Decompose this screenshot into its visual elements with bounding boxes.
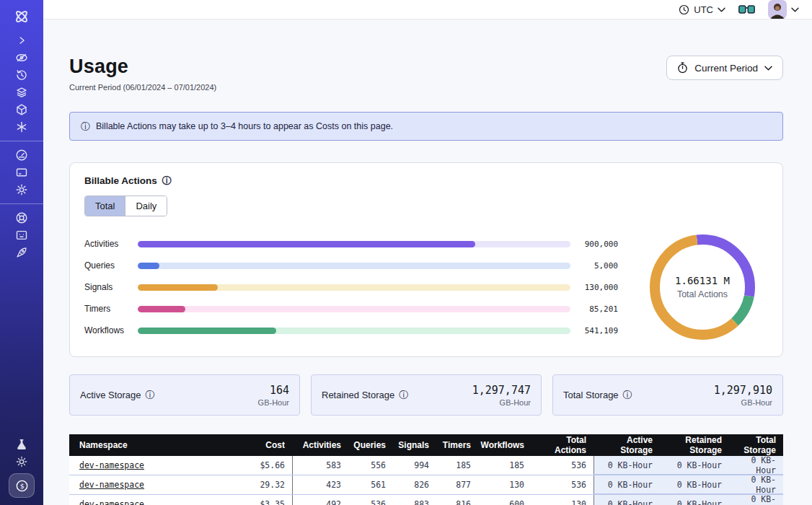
col-active-storage: Active Storage bbox=[593, 434, 660, 456]
bar-value: 5,000 bbox=[570, 261, 618, 271]
namespaces-eye-icon[interactable] bbox=[9, 49, 35, 66]
bar-fill bbox=[138, 241, 475, 247]
cell-timers: 877 bbox=[436, 475, 478, 494]
stopwatch-icon bbox=[677, 62, 688, 74]
cell-total-actions: 536 bbox=[531, 456, 593, 475]
bar-track bbox=[138, 328, 570, 334]
feedback-terminal-icon[interactable] bbox=[9, 227, 35, 244]
bar-track bbox=[138, 284, 570, 291]
stat-label: Retained Storage bbox=[322, 390, 394, 400]
bar-row-queries: Queries 5,000 bbox=[84, 260, 618, 271]
cell-active-storage: 0 KB-Hour bbox=[593, 456, 660, 475]
info-icon[interactable]: ⓘ bbox=[146, 390, 155, 400]
stat-label: Total Storage bbox=[563, 390, 619, 400]
col-retained-storage: Retained Storage bbox=[660, 434, 729, 456]
billable-actions-card: Billable Actions ⓘ Total Daily Activitie… bbox=[69, 162, 783, 357]
feedback-glasses-button[interactable] bbox=[738, 5, 755, 14]
sidebar-divider bbox=[0, 203, 43, 204]
billable-actions-tabs: Total Daily bbox=[84, 196, 167, 216]
cell-workflows: 130 bbox=[478, 475, 531, 494]
col-activities: Activities bbox=[292, 434, 348, 456]
layers-icon[interactable] bbox=[9, 84, 35, 101]
settings-gear-icon[interactable] bbox=[9, 181, 35, 198]
bar-row-workflows: Workflows 541,109 bbox=[84, 325, 618, 335]
bar-row-timers: Timers 85,201 bbox=[84, 304, 618, 314]
namespace-link[interactable]: dev-namespace bbox=[79, 460, 144, 470]
cell-retained-storage: 0 KB-Hour bbox=[660, 495, 729, 505]
cell-signals: 883 bbox=[393, 495, 436, 505]
col-timers: Timers bbox=[436, 434, 478, 456]
donut-total-label: Total Actions bbox=[675, 289, 730, 299]
usage-gauge-icon[interactable] bbox=[9, 146, 35, 164]
active-storage-card: Active Storageⓘ 164 GB-Hour bbox=[69, 374, 300, 416]
cell-queries: 561 bbox=[348, 475, 393, 494]
retained-storage-card: Retained Storageⓘ 1,297,747 GB-Hour bbox=[311, 374, 542, 416]
stat-unit: GB-Hour bbox=[472, 398, 531, 407]
bar-track bbox=[138, 306, 570, 312]
bar-label: Workflows bbox=[84, 325, 138, 335]
billing-card-icon[interactable] bbox=[9, 164, 35, 181]
getting-started-rocket-icon[interactable] bbox=[9, 244, 35, 261]
timezone-label: UTC bbox=[694, 4, 713, 15]
total-storage-card: Total Storageⓘ 1,297,910 GB-Hour bbox=[552, 374, 783, 416]
collapse-chevron-icon[interactable] bbox=[9, 32, 35, 49]
batch-asterisk-icon[interactable] bbox=[9, 118, 35, 136]
col-namespace: Namespace bbox=[69, 434, 224, 456]
storage-summary-row: Active Storageⓘ 164 GB-Hour Retained Sto… bbox=[69, 374, 783, 416]
schedules-history-icon[interactable] bbox=[9, 66, 35, 84]
bar-label: Timers bbox=[84, 304, 138, 314]
bar-label: Signals bbox=[84, 282, 138, 292]
col-cost: Cost bbox=[224, 434, 292, 456]
cell-signals: 826 bbox=[393, 475, 436, 494]
cell-retained-storage: 0 KB-Hour bbox=[660, 475, 729, 494]
bar-fill bbox=[138, 306, 185, 312]
main-area: UTC Usage Current Period (06/01/20 bbox=[43, 0, 812, 505]
period-selector-button[interactable]: Current Period bbox=[666, 56, 783, 80]
namespace-link[interactable]: dev-namespace bbox=[79, 499, 144, 505]
avatar bbox=[768, 0, 787, 19]
cell-queries: 556 bbox=[348, 456, 393, 475]
user-menu[interactable] bbox=[768, 0, 799, 19]
cell-activities: 492 bbox=[292, 495, 348, 505]
billing-dollar-icon-active[interactable]: $ bbox=[9, 473, 35, 498]
bar-row-activities: Activities 900,000 bbox=[84, 239, 618, 249]
bar-track bbox=[138, 241, 570, 247]
bar-row-signals: Signals 130,000 bbox=[84, 282, 618, 292]
table-row[interactable]: dev-namespace 29.32 423 561 826 877 130 … bbox=[69, 475, 783, 495]
labs-flask-icon[interactable] bbox=[9, 436, 35, 453]
stat-unit: GB-Hour bbox=[714, 398, 772, 407]
col-total-actions: Total Actions bbox=[531, 434, 593, 456]
table-row[interactable]: dev-namespace $5.66 583 556 994 185 185 … bbox=[69, 456, 783, 475]
chevron-down-icon bbox=[718, 7, 725, 12]
cell-cost: 29.32 bbox=[224, 475, 292, 494]
tab-daily[interactable]: Daily bbox=[125, 196, 167, 216]
billable-actions-title: Billable Actions bbox=[84, 175, 157, 186]
billable-actions-chart: Activities 900,000 Queries 5,000 Signals… bbox=[84, 232, 768, 342]
sidebar-divider bbox=[0, 141, 43, 141]
info-icon: ⓘ bbox=[81, 122, 90, 131]
info-icon[interactable]: ⓘ bbox=[623, 390, 632, 400]
deployments-cube-icon[interactable] bbox=[9, 101, 35, 118]
theme-sun-icon[interactable] bbox=[9, 453, 35, 470]
cell-timers: 816 bbox=[436, 495, 478, 505]
svg-text:$: $ bbox=[19, 481, 24, 489]
sidebar: $ bbox=[0, 0, 43, 505]
clock-icon bbox=[679, 4, 689, 15]
cell-cost: $5.66 bbox=[224, 456, 292, 475]
period-selector-label: Current Period bbox=[694, 63, 758, 74]
timezone-selector[interactable]: UTC bbox=[679, 4, 725, 15]
namespace-link[interactable]: dev-namespace bbox=[79, 480, 144, 490]
table-row[interactable]: dev-namespace $3.35 492 536 883 816 600 … bbox=[69, 495, 783, 505]
total-actions-donut: 1.66131 M Total Actions bbox=[637, 232, 768, 342]
stat-value: 1,297,747 bbox=[472, 384, 531, 397]
support-lifebuoy-icon[interactable] bbox=[9, 209, 35, 227]
bar-chart: Activities 900,000 Queries 5,000 Signals… bbox=[84, 239, 637, 335]
info-icon[interactable]: ⓘ bbox=[162, 176, 172, 185]
tab-total[interactable]: Total bbox=[85, 196, 125, 216]
cell-activities: 583 bbox=[292, 456, 348, 475]
stat-label: Active Storage bbox=[80, 390, 141, 400]
info-icon[interactable]: ⓘ bbox=[399, 390, 408, 400]
bar-label: Queries bbox=[84, 260, 138, 271]
temporal-logo-icon[interactable] bbox=[9, 6, 35, 27]
info-banner-text: Billable Actions may take up to 3–4 hour… bbox=[96, 121, 393, 131]
